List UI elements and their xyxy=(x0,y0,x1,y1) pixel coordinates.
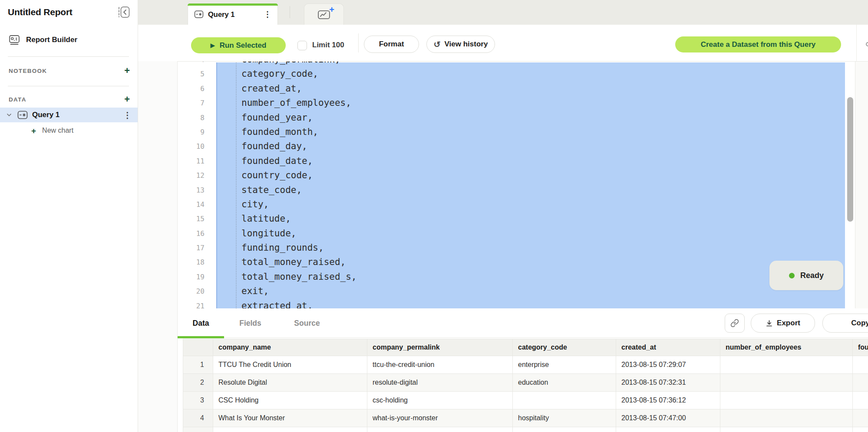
limit-100-label[interactable]: Limit 100 xyxy=(312,41,344,49)
table-row: 1 TTCU The Credit Union ttcu-the-credit-… xyxy=(183,356,868,374)
table-cell[interactable]: 2013-08-15 07:32:31 xyxy=(616,374,720,392)
table-cell[interactable] xyxy=(853,392,868,409)
table-cell[interactable] xyxy=(367,427,513,432)
code-line[interactable]: 6created_at, xyxy=(178,82,868,96)
code-line[interactable]: 13state_code, xyxy=(178,183,868,197)
divider xyxy=(8,56,129,57)
app-window: Untitled Report Report Builder xyxy=(0,0,868,432)
table-cell[interactable] xyxy=(853,356,868,374)
add-notebook-button[interactable]: + xyxy=(124,66,130,75)
table-cell[interactable] xyxy=(853,427,868,432)
share-link-button[interactable] xyxy=(725,314,745,333)
play-icon: ▶ xyxy=(211,42,215,49)
table-cell[interactable] xyxy=(720,374,853,392)
table-cell[interactable]: 2013-08-15 07:36:12 xyxy=(616,392,720,409)
table-cell[interactable] xyxy=(720,427,853,432)
status-dot-icon xyxy=(789,273,795,278)
table-cell[interactable] xyxy=(213,427,367,432)
divider xyxy=(8,86,129,86)
table-cell[interactable]: hospitality xyxy=(513,409,616,427)
export-button[interactable]: Export xyxy=(751,314,815,333)
editor-scrollbar[interactable] xyxy=(847,97,853,222)
table-cell[interactable]: Resolute Digital xyxy=(213,374,367,392)
code-line[interactable]: 9founded_month, xyxy=(178,125,868,139)
code-line[interactable]: 10founded_day, xyxy=(178,139,868,154)
code-line[interactable]: 17funding_rounds, xyxy=(178,241,868,255)
column-header[interactable]: company_name xyxy=(213,339,367,356)
create-dataset-button[interactable]: Create a Dataset from this Query xyxy=(675,36,841,52)
table-cell[interactable]: what-is-your-monster xyxy=(367,409,513,427)
data-section-header: DATA + xyxy=(0,89,138,109)
table-cell[interactable]: enterprise xyxy=(513,356,616,374)
table-cell[interactable]: What Is Your Monster xyxy=(213,409,367,427)
view-history-button[interactable]: ↺ View history xyxy=(426,36,495,53)
table-cell[interactable]: TTCU The Credit Union xyxy=(213,356,367,374)
table-cell[interactable]: CSC Holding xyxy=(213,392,367,409)
content-area: 4company_permalink, 5category_code, 6cre… xyxy=(138,61,868,432)
table-cell[interactable] xyxy=(720,409,853,427)
tab-source[interactable]: Source xyxy=(285,308,329,338)
row-number[interactable]: 4 xyxy=(183,409,213,427)
table-cell[interactable]: 2013-08-15 07:29:07 xyxy=(616,356,720,374)
table-cell[interactable]: 2013-08-15 07:47:00 xyxy=(616,409,720,427)
row-number[interactable]: 1 xyxy=(183,356,213,374)
table-cell[interactable] xyxy=(513,427,616,432)
row-number[interactable]: 2 xyxy=(183,374,213,392)
column-header[interactable]: founded_year xyxy=(853,339,868,356)
code-line[interactable]: 18total_money_raised, xyxy=(178,255,868,269)
table-cell[interactable]: resolute-digital xyxy=(367,374,513,392)
row-number[interactable] xyxy=(183,427,213,432)
sidebar-item-new-chart[interactable]: + New chart xyxy=(0,123,138,138)
code-line[interactable]: 20exit, xyxy=(178,284,868,298)
collapse-sidebar-icon[interactable] xyxy=(117,6,131,19)
column-header[interactable]: category_code xyxy=(513,339,616,356)
code-line[interactable]: 7number_of_employees, xyxy=(178,96,868,110)
table-row: 2 Resolute Digital resolute-digital educ… xyxy=(183,374,868,392)
table-cell[interactable] xyxy=(853,409,868,427)
code-line[interactable]: 16longitude, xyxy=(178,226,868,241)
column-header[interactable]: number_of_employees xyxy=(720,339,853,356)
code-line[interactable]: 8founded_year, xyxy=(178,111,868,125)
table-cell[interactable] xyxy=(616,427,720,432)
report-title[interactable]: Untitled Report xyxy=(8,7,73,17)
code-line[interactable]: 5category_code, xyxy=(178,67,868,81)
table-cell[interactable] xyxy=(720,392,853,409)
link-icon xyxy=(730,319,739,327)
tab-data[interactable]: Data xyxy=(178,308,224,338)
table-cell[interactable] xyxy=(853,374,868,392)
code-line[interactable]: 4company_permalink, xyxy=(178,62,868,67)
code-line[interactable]: 21extracted_at, xyxy=(178,299,868,308)
table-cell[interactable]: ttcu-the-credit-union xyxy=(367,356,513,374)
column-header[interactable]: created_at xyxy=(616,339,720,356)
table-cell[interactable] xyxy=(513,392,616,409)
tab-fields[interactable]: Fields xyxy=(230,308,271,338)
sidebar: Untitled Report Report Builder xyxy=(0,0,138,432)
copy-button[interactable]: Copy xyxy=(822,314,868,333)
query-item-menu-icon[interactable]: ⋮ xyxy=(123,111,132,119)
table-cell[interactable]: csc-holding xyxy=(367,392,513,409)
code-line[interactable]: 19total_money_raised_s, xyxy=(178,270,868,284)
run-selected-label: Run Selected xyxy=(220,41,267,50)
code-line[interactable]: 12country_code, xyxy=(178,168,868,183)
format-button[interactable]: Format xyxy=(364,36,419,53)
run-selected-button[interactable]: ▶ Run Selected xyxy=(191,37,286,53)
table-header-row: company_name company_permalink category_… xyxy=(183,339,868,356)
tab-query-1[interactable]: Query 1 ⋮ xyxy=(188,3,278,25)
column-header[interactable]: company_permalink xyxy=(367,339,513,356)
code-line[interactable]: 15latitude, xyxy=(178,212,868,226)
new-chart-tab-button[interactable]: + xyxy=(304,3,344,25)
chevron-down-icon[interactable] xyxy=(6,112,12,118)
limit-100-checkbox[interactable] xyxy=(297,41,307,50)
query-panel: 4company_permalink, 5category_code, 6cre… xyxy=(177,61,868,432)
table-cell[interactable]: education xyxy=(513,374,616,392)
sidebar-item-query-1[interactable]: Query 1 ⋮ xyxy=(0,108,138,122)
data-label: DATA xyxy=(9,96,26,103)
table-cell[interactable] xyxy=(720,356,853,374)
sidebar-item-report-builder[interactable]: Report Builder xyxy=(0,31,138,49)
code-line[interactable]: 11founded_date, xyxy=(178,154,868,168)
add-data-button[interactable]: + xyxy=(124,95,130,104)
sql-editor[interactable]: 4company_permalink, 5category_code, 6cre… xyxy=(178,62,868,308)
code-line[interactable]: 14city, xyxy=(178,197,868,212)
row-number[interactable]: 3 xyxy=(183,392,213,409)
tab-menu-icon[interactable]: ⋮ xyxy=(264,10,271,19)
